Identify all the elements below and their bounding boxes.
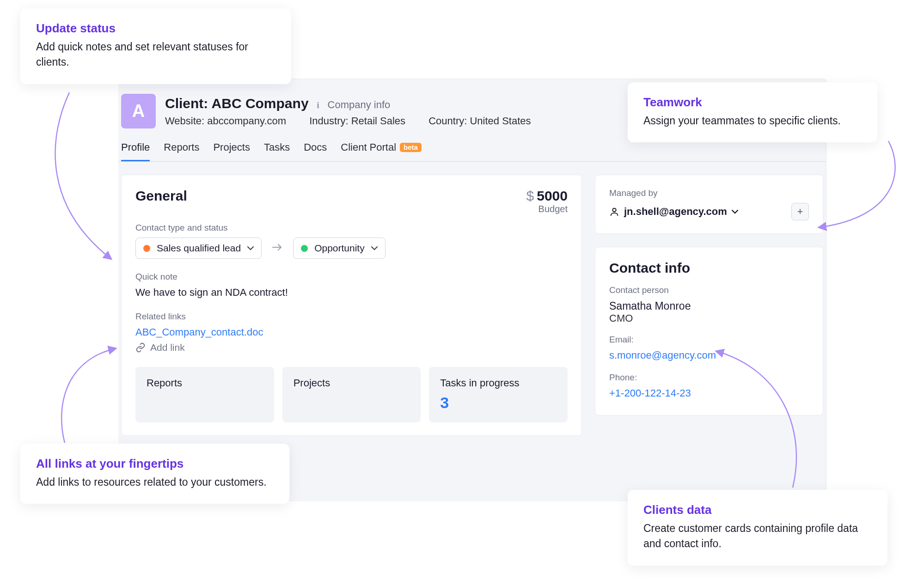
callout-clients-data: Clients data Create customer cards conta… bbox=[628, 490, 887, 566]
managed-by-card: Managed by jn.shell@agency.com bbox=[595, 175, 823, 234]
person-icon bbox=[609, 207, 619, 217]
arrow-right-icon bbox=[272, 242, 283, 254]
email-label: Email: bbox=[609, 335, 809, 345]
tab-docs[interactable]: Docs bbox=[304, 139, 327, 161]
link-icon bbox=[135, 342, 146, 353]
stat-card-reports[interactable]: Reports bbox=[135, 367, 274, 422]
budget-value: $5000 bbox=[526, 188, 568, 204]
add-link-button[interactable]: Add link bbox=[135, 342, 568, 353]
related-link[interactable]: ABC_Company_contact.doc bbox=[135, 326, 568, 338]
status-dot-icon bbox=[143, 245, 150, 252]
tab-reports[interactable]: Reports bbox=[164, 139, 199, 161]
callout-text: Assign your teammates to specific client… bbox=[643, 113, 862, 128]
client-title: Client: ABC Company bbox=[165, 96, 309, 111]
stat-value: 3 bbox=[440, 394, 557, 412]
stat-card-tasks[interactable]: Tasks in progress 3 bbox=[429, 367, 568, 422]
stat-title: Reports bbox=[147, 377, 263, 389]
contact-info-card: Contact info Contact person Samatha Monr… bbox=[595, 247, 823, 415]
manager-email: jn.shell@agency.com bbox=[624, 206, 727, 218]
quick-note-label: Quick note bbox=[135, 272, 568, 282]
chevron-down-icon bbox=[371, 244, 378, 252]
callout-update-status: Update status Add quick notes and set re… bbox=[20, 8, 291, 84]
callout-links: All links at your fingertips Add links t… bbox=[20, 444, 289, 504]
contact-email[interactable]: s.monroe@agency.com bbox=[609, 349, 809, 361]
tab-tasks[interactable]: Tasks bbox=[264, 139, 290, 161]
add-link-label: Add link bbox=[150, 342, 185, 353]
client-avatar: A bbox=[121, 94, 156, 128]
chevron-down-icon bbox=[247, 244, 254, 252]
add-manager-button[interactable]: + bbox=[791, 203, 809, 220]
budget-label: Budget bbox=[526, 204, 568, 214]
manager-select[interactable]: jn.shell@agency.com bbox=[609, 206, 738, 218]
status-to-value: Opportunity bbox=[314, 243, 365, 254]
callout-title: Clients data bbox=[643, 503, 872, 517]
callout-teamwork: Teamwork Assign your teammates to specif… bbox=[628, 82, 877, 142]
status-from-select[interactable]: Sales qualified lead bbox=[135, 238, 262, 259]
tab-projects[interactable]: Projects bbox=[213, 139, 250, 161]
status-dot-icon bbox=[301, 245, 308, 252]
callout-text: Add links to resources related to your c… bbox=[36, 475, 274, 490]
svg-point-0 bbox=[612, 208, 616, 212]
callout-title: Update status bbox=[36, 21, 275, 36]
quick-note-text: We have to sign an NDA contract! bbox=[135, 287, 568, 299]
general-card: General $5000 Budget Contact type and st… bbox=[121, 175, 582, 436]
tab-client-portal[interactable]: Client Portal beta bbox=[341, 139, 422, 161]
general-title: General bbox=[135, 188, 187, 204]
stat-card-projects[interactable]: Projects bbox=[282, 367, 421, 422]
related-links-label: Related links bbox=[135, 311, 568, 322]
country-label: Country: United States bbox=[428, 115, 531, 127]
callout-title: All links at your fingertips bbox=[36, 457, 274, 471]
contact-name: Samatha Monroe bbox=[609, 300, 809, 312]
company-info-label[interactable]: Company info bbox=[328, 99, 391, 111]
beta-badge: beta bbox=[400, 143, 422, 153]
contact-phone[interactable]: +1-200-122-14-23 bbox=[609, 387, 809, 399]
industry-label: Industry: Retail Sales bbox=[309, 115, 405, 127]
tab-profile[interactable]: Profile bbox=[121, 139, 150, 161]
stat-title: Projects bbox=[294, 377, 410, 389]
contact-person-label: Contact person bbox=[609, 285, 809, 295]
plus-icon: + bbox=[797, 206, 803, 218]
callout-text: Add quick notes and set relevant statuse… bbox=[36, 39, 275, 70]
contact-role: CMO bbox=[609, 312, 809, 324]
stat-title: Tasks in progress bbox=[440, 377, 557, 389]
callout-title: Teamwork bbox=[643, 95, 862, 110]
managed-by-label: Managed by bbox=[609, 188, 809, 198]
status-label: Contact type and status bbox=[135, 223, 568, 233]
phone-label: Phone: bbox=[609, 372, 809, 383]
status-from-value: Sales qualified lead bbox=[157, 243, 241, 254]
chevron-down-icon bbox=[732, 208, 738, 215]
status-to-select[interactable]: Opportunity bbox=[293, 238, 386, 259]
info-icon[interactable]: i bbox=[317, 101, 319, 110]
callout-text: Create customer cards containing profile… bbox=[643, 521, 872, 552]
contact-info-title: Contact info bbox=[609, 260, 809, 276]
avatar-letter: A bbox=[132, 101, 145, 121]
website-label: Website: abccompany.com bbox=[165, 115, 286, 127]
